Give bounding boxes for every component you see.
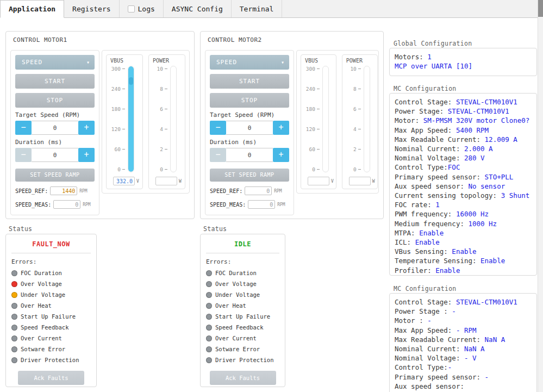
- plus-button[interactable]: +: [273, 148, 289, 162]
- error-row: Start Up Failure: [11, 311, 91, 322]
- gauge-slider-handle[interactable]: [129, 77, 133, 85]
- tick-label: 120: [111, 126, 121, 132]
- error-indicator: [11, 270, 17, 276]
- error-indicator: [206, 314, 212, 320]
- config-label: Control Stage:: [395, 98, 456, 106]
- config-line: PWM frequency: 16000 Hz: [395, 209, 532, 219]
- motor1-controls: SPEED ▾ START STOP Target Speed (RPM) − …: [10, 50, 99, 215]
- config-label: Motors:: [395, 53, 427, 61]
- speed-ref-row: SPEED_REF: 0 RPM: [210, 186, 289, 195]
- tab-registers[interactable]: Registers: [64, 0, 119, 17]
- tab-bar: Application Registers Logs ASYNC Config …: [0, 0, 543, 18]
- config-line: Control Stage: STEVAL-CTM010V1: [395, 297, 532, 307]
- config-line: Aux speed sensor:: [395, 382, 532, 391]
- stop-button[interactable]: STOP: [210, 93, 289, 108]
- config-line: MTPA: Enable: [395, 228, 532, 238]
- error-indicator: [11, 357, 17, 363]
- vertical-scrollbar[interactable]: [538, 0, 543, 392]
- plus-button[interactable]: +: [78, 148, 95, 162]
- error-indicator: [206, 325, 212, 331]
- motor2-status-panel: IDLE Errors: FOC Duration Over Voltage U…: [200, 234, 285, 387]
- start-button[interactable]: START: [15, 74, 95, 89]
- error-label: Driver Protection: [215, 357, 273, 363]
- error-label: Sotware Error: [215, 346, 260, 352]
- config-label: FOC rate:: [395, 201, 435, 209]
- config-value: 16000 Hz: [456, 210, 489, 218]
- config-line: Temperature Sensing: Enable: [395, 256, 532, 265]
- motor-state: IDLE: [206, 239, 279, 253]
- speed-ref-label: SPEED_REF:: [15, 188, 48, 194]
- tick-label: 8: [160, 86, 163, 92]
- config-label: Aux speed sensor:: [395, 182, 468, 190]
- plus-button[interactable]: +: [78, 121, 95, 135]
- config-label: Max App Speed:: [395, 326, 456, 334]
- minus-button[interactable]: −: [15, 148, 32, 162]
- tab-application[interactable]: Application: [0, 0, 64, 18]
- tick-label: 2: [160, 146, 163, 152]
- stop-button[interactable]: STOP: [15, 93, 95, 108]
- tick-label: 6: [353, 106, 357, 112]
- config-label: Control Type:: [395, 163, 448, 171]
- config-label: Motor:: [395, 116, 423, 125]
- target-speed-label: Target Speed (RPM): [210, 111, 289, 119]
- duration-stepper: − +: [15, 148, 95, 162]
- config-label: Primary speed sensor:: [395, 173, 485, 181]
- error-label: Under Voltage: [215, 291, 260, 298]
- error-label: Speed Feedback: [215, 324, 264, 331]
- minus-button[interactable]: −: [15, 121, 32, 135]
- ack-faults-button[interactable]: Ack Faults: [210, 371, 276, 385]
- error-indicator: [11, 292, 17, 298]
- config-value: Enable: [419, 229, 444, 237]
- set-speed-ramp-button[interactable]: SET SPEED RAMP: [210, 169, 289, 182]
- config-label: Primary speed sensor:: [395, 373, 485, 381]
- error-label: Under Voltage: [21, 291, 65, 298]
- panel-title: CONTROL MOTOR2: [208, 36, 262, 43]
- tab-async-config[interactable]: ASYNC Config: [164, 0, 232, 17]
- start-button[interactable]: START: [210, 74, 289, 89]
- status-section-title: Status: [9, 225, 32, 233]
- mc-config1-panel: Control Stage: STEVAL-CTM010V1 Power Sta…: [389, 93, 537, 276]
- tick-label: 4: [160, 126, 163, 132]
- global-config-title: Global Configuration: [394, 40, 472, 47]
- error-row: Driver Protection: [206, 354, 279, 365]
- config-value: 1: [427, 53, 432, 61]
- target-speed-input[interactable]: [32, 121, 78, 135]
- mcp-link[interactable]: MCP over UARTA [10]: [395, 62, 472, 70]
- duration-input[interactable]: [32, 148, 78, 162]
- set-speed-ramp-button[interactable]: SET SPEED RAMP: [15, 169, 95, 182]
- plus-button[interactable]: +: [273, 121, 289, 135]
- scrollbar-thumb[interactable]: [538, 0, 543, 17]
- error-indicator: [206, 357, 212, 363]
- speed-meas-unit: RPM: [277, 202, 285, 207]
- mode-select[interactable]: SPEED ▾: [210, 55, 289, 70]
- mode-select[interactable]: SPEED ▾: [15, 55, 95, 70]
- tick-label: 10: [157, 66, 163, 72]
- vbus-gauge: VBUS 300 240 180 120 60 0: [106, 54, 143, 189]
- error-indicator: [11, 303, 17, 309]
- minus-button[interactable]: −: [210, 121, 226, 135]
- error-row: Under Voltage: [206, 289, 279, 300]
- tick-label: 0: [312, 166, 315, 172]
- config-value: - RPM: [456, 326, 477, 334]
- config-value: No sensor: [468, 182, 505, 190]
- minus-button[interactable]: −: [210, 148, 226, 162]
- config-line: Motor: SM-PMSM 320V motor Clone0?: [395, 116, 532, 125]
- error-label: Over Current: [215, 335, 257, 341]
- tab-logs-label: Logs: [138, 5, 155, 13]
- error-indicator: [206, 303, 212, 309]
- speed-meas-label: SPEED_MEAS:: [15, 202, 51, 208]
- error-row: FOC Duration: [206, 267, 279, 278]
- tab-logs[interactable]: Logs: [120, 0, 164, 17]
- config-label: PWM frequency:: [395, 210, 456, 218]
- tick-label: 180: [111, 106, 121, 112]
- config-value: 280 V: [464, 154, 485, 162]
- config-value: -: [452, 307, 456, 315]
- config-line: Medium frequency: 1000 Hz: [395, 219, 532, 228]
- error-label: Start Up Failure: [21, 313, 76, 320]
- duration-input[interactable]: [226, 148, 273, 162]
- tick-label: 4: [353, 126, 357, 132]
- motor2-controls: SPEED ▾ START STOP Target Speed (RPM) − …: [205, 50, 294, 215]
- tab-terminal[interactable]: Terminal: [232, 0, 283, 17]
- ack-faults-button[interactable]: Ack Faults: [18, 371, 84, 385]
- target-speed-input[interactable]: [226, 121, 273, 135]
